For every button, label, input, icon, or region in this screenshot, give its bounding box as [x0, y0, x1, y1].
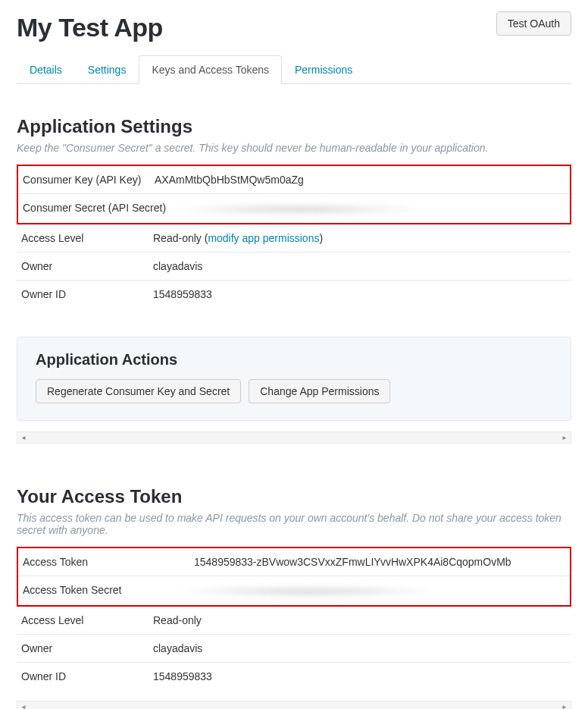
tabs: Details Settings Keys and Access Tokens … — [17, 55, 571, 84]
access-token-section: Your Access Token This access token can … — [17, 486, 571, 709]
access-token-secret-value — [171, 584, 565, 598]
token-owner-label: Owner — [21, 642, 153, 654]
token-access-level-label: Access Level — [21, 614, 153, 626]
access-token-label: Access Token — [23, 556, 194, 568]
owner-id-value: 1548959833 — [153, 288, 567, 300]
scroll-right-icon[interactable]: ► — [561, 434, 568, 441]
token-access-level-value: Read-only — [153, 614, 567, 626]
horizontal-scrollbar-2[interactable]: ◄ ► — [17, 701, 571, 709]
test-oauth-button[interactable]: Test OAuth — [496, 11, 571, 36]
application-settings-subtitle: Keep the "Consumer Secret" a secret. Thi… — [17, 142, 571, 154]
tab-details[interactable]: Details — [17, 55, 75, 84]
consumer-key-label: Consumer Key (API Key) — [23, 174, 155, 186]
access-token-heading: Your Access Token — [17, 486, 571, 507]
tab-permissions[interactable]: Permissions — [282, 55, 365, 84]
access-token-value: 1548959833-zBVwow3CSVxxZFmwLIYvvHwXPK4Ai… — [194, 556, 565, 568]
owner-id-label: Owner ID — [21, 288, 153, 300]
scroll-left-icon[interactable]: ◄ — [20, 434, 27, 441]
token-owner-id-value: 1548959833 — [153, 670, 567, 682]
consumer-credentials-highlight: Consumer Key (API Key) AXAmMtbQbHbStMQw5… — [17, 165, 571, 224]
modify-app-permissions-link[interactable]: modify app permissions — [208, 232, 319, 244]
token-owner-value: clayadavis — [153, 642, 567, 654]
access-token-highlight: Access Token 1548959833-zBVwow3CSVxxZFmw… — [17, 547, 571, 607]
tab-keys-and-access-tokens[interactable]: Keys and Access Tokens — [139, 55, 282, 84]
token-owner-id-label: Owner ID — [21, 670, 153, 682]
regenerate-consumer-key-button[interactable]: Regenerate Consumer Key and Secret — [36, 379, 241, 403]
owner-value: clayadavis — [153, 260, 567, 272]
access-level-value: Read-only (modify app permissions) — [153, 232, 567, 244]
application-settings-heading: Application Settings — [17, 116, 571, 137]
horizontal-scrollbar[interactable]: ◄ ► — [17, 431, 571, 444]
consumer-key-value: AXAmMtbQbHbStMQw5m0aZg — [155, 174, 565, 186]
application-actions-heading: Application Actions — [36, 351, 552, 369]
application-settings-section: Application Settings Keep the "Consumer … — [17, 116, 571, 444]
tab-settings[interactable]: Settings — [75, 55, 139, 84]
consumer-secret-value — [170, 202, 565, 215]
scroll-left-icon[interactable]: ◄ — [20, 704, 27, 710]
scroll-right-icon[interactable]: ► — [561, 704, 568, 710]
application-actions-box: Application Actions Regenerate Consumer … — [17, 337, 571, 421]
access-token-secret-label: Access Token Secret — [23, 584, 171, 596]
app-title: My Test App — [17, 13, 163, 42]
access-level-label: Access Level — [21, 232, 153, 244]
change-app-permissions-button[interactable]: Change App Permissions — [249, 379, 390, 403]
access-token-subtitle: This access token can be used to make AP… — [17, 512, 571, 536]
consumer-secret-label: Consumer Secret (API Secret) — [23, 202, 170, 214]
owner-label: Owner — [21, 260, 153, 272]
